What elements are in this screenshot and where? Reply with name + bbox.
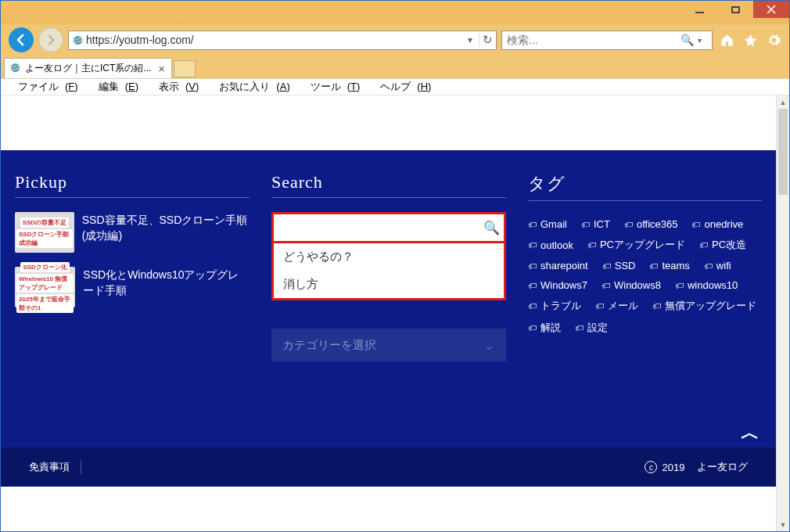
tag-icon: 🏷	[575, 323, 584, 332]
scrollbar-track[interactable]	[777, 109, 789, 518]
tag-icon: 🏷	[652, 301, 661, 311]
window-maximize-button[interactable]	[717, 1, 753, 18]
pickup-thumb: SSDクローン化 Windows10 無償アップグレード 2025年まで延命手順…	[15, 267, 75, 307]
forward-button[interactable]	[38, 27, 63, 52]
address-input[interactable]	[86, 34, 461, 46]
search-engine-dropdown-icon[interactable]: ▾	[698, 36, 712, 45]
tag-link[interactable]: 🏷SSD	[602, 260, 636, 271]
tag-link[interactable]: 🏷解説	[528, 321, 561, 335]
tag-label: 解説	[540, 321, 561, 335]
scroll-to-top-icon[interactable]: ︿	[738, 421, 762, 444]
browser-tab[interactable]: よー友ログ｜主にICT系の紹... ×	[4, 58, 172, 78]
copyright: c 2019 よー友ログ	[645, 460, 748, 474]
tag-label: windows10	[688, 279, 738, 291]
tab-strip: よー友ログ｜主にICT系の紹... ×	[1, 56, 789, 78]
pickup-heading: Pickup	[15, 163, 250, 198]
tag-label: teams	[662, 260, 689, 271]
tab-close-icon[interactable]: ×	[155, 62, 168, 75]
menu-help[interactable]: ヘルプ(H)	[368, 79, 437, 95]
address-bar[interactable]: ▾ ↻	[68, 31, 497, 50]
tag-icon: 🏷	[528, 281, 537, 290]
site-search-input[interactable]	[274, 214, 479, 241]
scroll-down-button[interactable]: ▼	[777, 518, 789, 531]
tag-icon: 🏷	[528, 240, 537, 250]
tag-link[interactable]: 🏷Gmail	[528, 218, 567, 230]
tag-label: SSD	[615, 260, 636, 271]
pickup-link[interactable]: SSD化とWindows10アップグレード手順	[83, 267, 250, 307]
pickup-link[interactable]: SSD容量不足、SSDクローン手順(成功編)	[82, 212, 250, 253]
tag-icon: 🏷	[624, 220, 633, 229]
search-suggestion[interactable]: 消し方	[274, 271, 504, 298]
browser-search-input[interactable]	[502, 34, 676, 46]
tag-icon: 🏷	[581, 220, 590, 229]
window-close-button[interactable]	[753, 1, 789, 18]
browser-search-box[interactable]: 🔍 ▾	[501, 31, 713, 50]
tag-cloud: 🏷Gmail🏷ICT🏷office365🏷onedrive🏷outlook🏷PC…	[528, 215, 762, 335]
tag-link[interactable]: 🏷office365	[624, 218, 678, 230]
tag-link[interactable]: 🏷メール	[595, 299, 638, 313]
tag-label: outlook	[540, 239, 573, 251]
tag-link[interactable]: 🏷Windows8	[601, 279, 661, 291]
search-suggestion[interactable]: どうやるの？	[274, 243, 504, 271]
vertical-scrollbar[interactable]: ▲ ▼	[776, 95, 789, 531]
address-dropdown-icon[interactable]: ▾	[461, 34, 479, 45]
tag-icon: 🏷	[704, 261, 713, 271]
menu-file[interactable]: ファイル(F)	[5, 79, 84, 95]
pickup-thumb: SSDの容量不足 SSDクローン手順 成功編	[15, 212, 74, 253]
scroll-up-button[interactable]: ▲	[777, 95, 789, 109]
scrollbar-thumb[interactable]	[778, 109, 788, 195]
tag-link[interactable]: 🏷windows10	[675, 279, 738, 291]
tag-icon: 🏷	[587, 240, 596, 250]
settings-gear-icon[interactable]	[764, 31, 783, 49]
tag-link[interactable]: 🏷Windows7	[528, 279, 587, 291]
tag-link[interactable]: 🏷無償アップグレード	[652, 299, 756, 313]
disclaimer-link[interactable]: 免責事項	[29, 460, 81, 474]
page-content: Pickup SSDの容量不足 SSDクローン手順 成功編 SSD容量不足、SS…	[1, 95, 776, 531]
tag-label: Windows8	[614, 279, 661, 291]
tag-label: PCアップグレード	[600, 238, 685, 252]
window-title-bar	[1, 1, 789, 24]
category-select[interactable]: カテゴリーを選択 ⌄	[271, 329, 506, 361]
tag-icon: 🏷	[528, 323, 537, 332]
pickup-item[interactable]: SSDクローン化 Windows10 無償アップグレード 2025年まで延命手順…	[15, 267, 250, 307]
tag-label: 無償アップグレード	[665, 299, 756, 313]
chevron-down-icon: ⌄	[483, 336, 495, 354]
tag-icon: 🏷	[601, 281, 610, 290]
search-icon[interactable]: 🔍	[676, 34, 698, 46]
window-minimize-button[interactable]	[681, 1, 717, 18]
tag-link[interactable]: 🏷PC改造	[699, 238, 746, 252]
home-icon[interactable]	[717, 31, 736, 49]
tag-link[interactable]: 🏷onedrive	[691, 218, 743, 230]
menu-view[interactable]: 表示(V)	[146, 79, 205, 95]
tag-label: 設定	[587, 321, 608, 335]
tag-label: メール	[608, 299, 638, 313]
back-button[interactable]	[9, 27, 34, 52]
tag-icon: 🏷	[595, 301, 604, 311]
ie-icon	[9, 62, 21, 76]
new-tab-button[interactable]	[174, 60, 196, 77]
tag-link[interactable]: 🏷teams	[649, 260, 689, 271]
tags-heading: タグ	[528, 163, 762, 201]
tag-label: トラブル	[540, 299, 581, 313]
ie-icon	[69, 34, 86, 46]
menu-favorites[interactable]: お気に入り(A)	[206, 79, 296, 95]
tag-icon: 🏷	[602, 261, 611, 271]
tag-link[interactable]: 🏷sharepoint	[528, 260, 588, 271]
tab-title: よー友ログ｜主にICT系の紹...	[25, 62, 151, 75]
tag-link[interactable]: 🏷ICT	[581, 218, 610, 230]
tag-link[interactable]: 🏷wifi	[704, 260, 731, 271]
tag-label: Gmail	[540, 218, 567, 230]
tag-link[interactable]: 🏷outlook	[528, 238, 573, 252]
tag-link[interactable]: 🏷設定	[575, 321, 608, 335]
menu-edit[interactable]: 編集(E)	[86, 79, 145, 95]
tag-label: onedrive	[704, 218, 743, 230]
tag-icon: 🏷	[528, 220, 537, 229]
tag-link[interactable]: 🏷PCアップグレード	[587, 238, 685, 252]
pickup-item[interactable]: SSDの容量不足 SSDクローン手順 成功編 SSD容量不足、SSDクローン手順…	[15, 212, 250, 253]
search-icon[interactable]: 🔍	[479, 220, 504, 236]
favorites-star-icon[interactable]	[741, 31, 759, 49]
tag-link[interactable]: 🏷トラブル	[528, 299, 581, 313]
menu-tools[interactable]: ツール(T)	[298, 79, 367, 95]
tag-icon: 🏷	[691, 220, 700, 229]
reload-button[interactable]: ↻	[479, 33, 496, 47]
